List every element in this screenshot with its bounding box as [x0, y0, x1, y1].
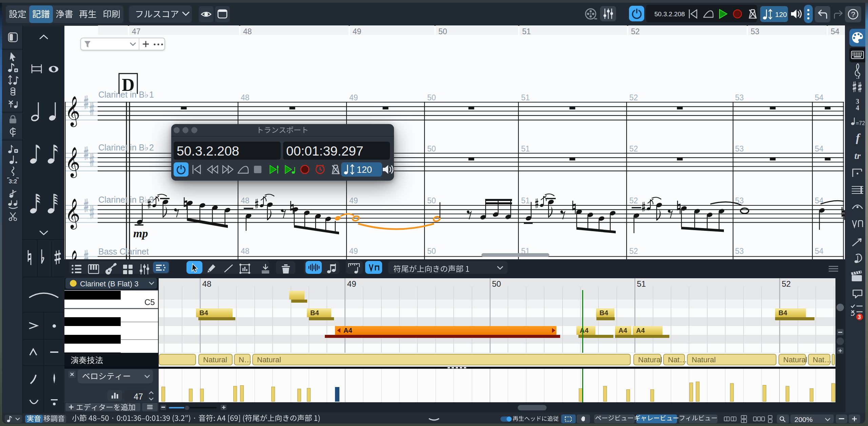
svg-text:tr: tr — [854, 150, 861, 161]
svg-text:54: 54 — [815, 247, 824, 256]
svg-text:48: 48 — [241, 247, 250, 256]
svg-text:52: 52 — [629, 196, 638, 205]
svg-text:120: 120 — [357, 165, 372, 175]
svg-text:f: f — [856, 132, 861, 144]
svg-text:53: 53 — [735, 247, 744, 256]
svg-text:?: ? — [851, 10, 855, 19]
svg-text:53: 53 — [735, 93, 744, 102]
svg-text:52: 52 — [629, 144, 638, 153]
svg-text:54: 54 — [815, 93, 824, 102]
svg-text:50: 50 — [427, 93, 436, 102]
svg-text:D: D — [122, 75, 135, 95]
svg-text:120: 120 — [775, 11, 787, 18]
svg-text:52: 52 — [629, 247, 638, 256]
svg-text:3:2: 3:2 — [9, 178, 17, 185]
svg-text:Bass Clarinet: Bass Clarinet — [98, 247, 149, 256]
svg-text:52: 52 — [629, 93, 638, 102]
svg-text:49: 49 — [349, 93, 358, 102]
svg-text:Clarinet in B♭ 3: Clarinet in B♭ 3 — [98, 195, 154, 204]
svg-text:53: 53 — [735, 144, 744, 153]
svg-text:50: 50 — [427, 196, 436, 205]
svg-text:50: 50 — [427, 247, 436, 256]
svg-text:=72: =72 — [856, 120, 865, 126]
svg-text:54: 54 — [815, 144, 824, 153]
svg-text:51: 51 — [521, 196, 530, 205]
svg-text:48: 48 — [241, 196, 250, 205]
svg-text:51: 51 — [521, 144, 530, 153]
svg-text:Clarinet in B♭ 2: Clarinet in B♭ 2 — [98, 143, 154, 152]
svg-text:48: 48 — [241, 93, 250, 102]
svg-text:4: 4 — [856, 104, 859, 111]
svg-text:51: 51 — [521, 93, 530, 102]
svg-text:49: 49 — [349, 247, 358, 256]
svg-text:50: 50 — [427, 144, 436, 153]
svg-text:49: 49 — [349, 196, 358, 205]
svg-text:mp: mp — [133, 227, 148, 240]
